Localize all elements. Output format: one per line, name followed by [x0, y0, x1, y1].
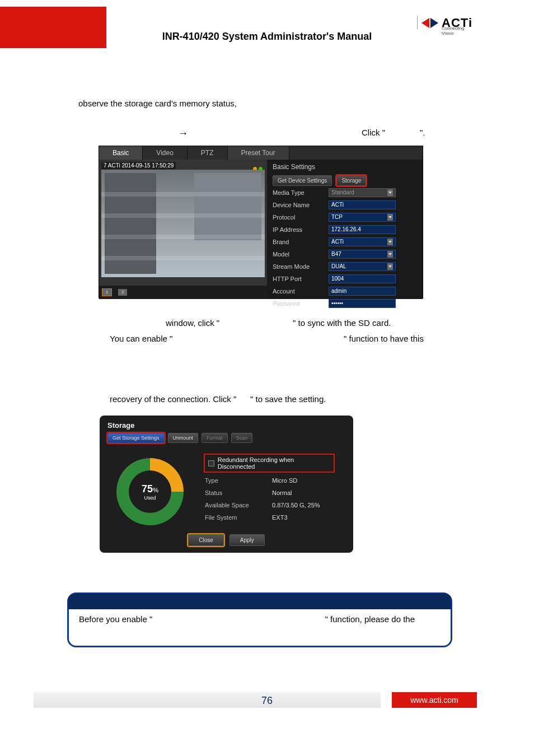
field-value: 0.87/3.50 G, 25% — [272, 502, 320, 508]
paragraph: observe the storage card's memory status… — [78, 99, 237, 108]
scan-button[interactable]: Scan — [231, 433, 253, 443]
stream-mode-select[interactable]: DUAL — [329, 262, 396, 271]
paragraph: Click " — [362, 128, 385, 137]
ip-address-input[interactable]: 172.16.26.4 — [329, 225, 396, 234]
tab-preset-tour[interactable]: Preset Tour — [228, 146, 289, 160]
apply-button[interactable]: Apply — [229, 534, 265, 546]
field-label: Status — [205, 489, 272, 496]
screenshot-basic-settings: Basic Video PTZ Preset Tour 7 ACTi 2014-… — [99, 146, 423, 298]
usage-percent: 75 — [142, 483, 153, 494]
field-label: Type — [205, 477, 272, 484]
paragraph: You can enable " — [110, 334, 172, 343]
logo-icon — [421, 17, 438, 29]
checkbox-label: Redundant Recording when Disconnected — [218, 456, 330, 470]
storage-usage-chart: 75% Used — [116, 458, 184, 525]
arrow-icon: → — [178, 128, 188, 139]
field-value: Micro SD — [272, 477, 297, 484]
field-label: Device Name — [273, 202, 329, 208]
paragraph: " to save the setting. — [250, 394, 326, 404]
field-label: HTTP Port — [273, 276, 329, 282]
note-text: " function, please do the — [325, 614, 415, 624]
get-storage-settings-button[interactable]: Get Storage Settings — [107, 433, 165, 443]
chevron-down-icon — [387, 189, 393, 196]
account-input[interactable]: admin — [329, 287, 396, 296]
screenshot-storage-dialog: Storage Get Storage Settings Unmount For… — [100, 416, 353, 553]
chevron-down-icon — [387, 214, 393, 221]
password-input[interactable]: •••••• — [329, 299, 396, 308]
tab-basic[interactable]: Basic — [99, 146, 143, 160]
paragraph: ". — [420, 128, 425, 137]
model-select[interactable]: B47 — [329, 250, 396, 259]
panel-title: Basic Settings — [273, 163, 417, 171]
field-label: Model — [273, 251, 329, 258]
chevron-down-icon — [387, 239, 393, 245]
close-button[interactable]: Close — [188, 534, 224, 546]
field-label: File System — [205, 514, 272, 521]
field-value: Normal — [272, 489, 292, 496]
footer-url: www.acti.com — [392, 692, 477, 708]
paragraph: " function to have this — [344, 334, 424, 343]
chevron-down-icon — [387, 263, 393, 270]
dialog-title: Storage — [107, 421, 345, 430]
note-header-bar — [68, 594, 451, 609]
paragraph: recovery of the connection. Click " — [110, 394, 236, 404]
checkbox-icon — [208, 460, 214, 466]
logo-tagline: Connecting Vision — [442, 26, 474, 36]
usage-label: Used — [144, 495, 156, 501]
field-label: Brand — [273, 239, 329, 245]
unmount-button[interactable]: Unmount — [168, 433, 199, 443]
format-button[interactable]: Format — [202, 433, 228, 443]
get-device-settings-button[interactable]: Get Device Settings — [273, 175, 332, 186]
redundant-recording-checkbox[interactable]: Redundant Recording when Disconnected — [205, 455, 334, 472]
media-type-select[interactable]: Standard — [329, 188, 396, 197]
brand-select[interactable]: ACTi — [329, 237, 396, 246]
field-label: Available Space — [205, 502, 272, 508]
field-value: EXT3 — [272, 514, 288, 521]
camera-preview: 7 ACTi 2014-09-15 17:50:29 1 2 — [99, 160, 267, 299]
note-text: Before you enable " — [79, 614, 152, 624]
camera-image — [101, 170, 265, 277]
field-label: Media Type — [273, 189, 329, 196]
field-label: Stream Mode — [273, 263, 329, 270]
thumbnail-strip: 1 2 — [99, 286, 267, 299]
thumbnail-1[interactable]: 1 — [102, 289, 111, 296]
thumbnail-2[interactable]: 2 — [118, 289, 127, 296]
device-name-input[interactable]: ACTi — [329, 200, 396, 209]
basic-settings-panel: Basic Settings Get Device Settings Stora… — [267, 160, 423, 299]
storage-button[interactable]: Storage — [336, 175, 366, 186]
tab-ptz[interactable]: PTZ — [188, 146, 228, 160]
paragraph: " to sync with the SD card. — [293, 318, 391, 328]
protocol-select[interactable]: TCP — [329, 213, 396, 222]
field-label: IP Address — [273, 226, 329, 233]
field-label: Password — [273, 300, 329, 307]
paragraph: window, click " — [166, 318, 219, 328]
brand-logo: ACTi Connecting Vision — [421, 16, 472, 30]
camera-overlay-timestamp: 7 ACTi 2014-09-15 17:50:29 — [101, 162, 176, 169]
tab-bar: Basic Video PTZ Preset Tour — [99, 146, 423, 160]
field-label: Account — [273, 288, 329, 295]
field-label: Protocol — [273, 214, 329, 221]
http-port-input[interactable]: 1004 — [329, 274, 396, 283]
tab-video[interactable]: Video — [143, 146, 187, 160]
note-callout: Before you enable " " function, please d… — [67, 592, 452, 647]
chevron-down-icon — [387, 251, 393, 258]
